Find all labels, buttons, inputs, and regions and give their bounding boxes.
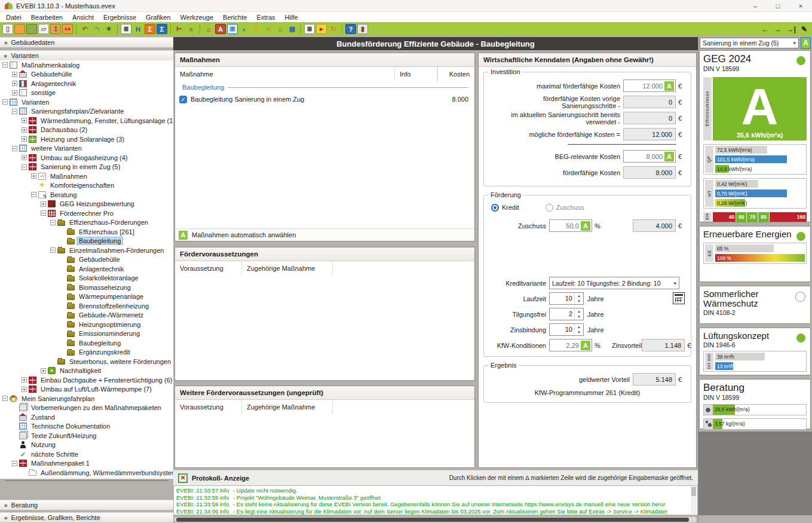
variant-selector[interactable]: Sanierung in einem Zug (5) ▾ (700, 38, 799, 48)
collapse-toggle-icon[interactable]: − (50, 220, 56, 225)
maximal-f-rderf-hige-kosten-input[interactable]: 12.000A (623, 79, 676, 92)
stepper-arrows-icon[interactable]: ▲▼ (574, 324, 583, 335)
tree-item-w-rmepumpenanlage[interactable]: Wärmepumpenanlage (0, 292, 173, 302)
expand-toggle-icon[interactable]: + (12, 81, 17, 86)
tree-item-solarkollektoranlage[interactable]: Solarkollektoranlage (0, 274, 173, 283)
menu-hilfe[interactable]: Hilfe (280, 14, 303, 21)
tree-item-au-end-mmung-w-rmed-mmverbundsystem[interactable]: Außendämmung, Wärmedämmverbundsystem (0, 468, 173, 478)
tree-item-effizienzhaus-261[interactable]: Effizienzhaus [261] (0, 227, 173, 237)
expand-toggle-icon[interactable]: + (22, 136, 27, 142)
column-zugehoerige-massnahme[interactable]: Zugehörige Maßnahme (242, 261, 333, 276)
tree-item-nachhaltigkeit[interactable]: +Nachhaltigkeit (0, 366, 173, 376)
globe-icon[interactable]: ◐ (239, 24, 250, 34)
close-button[interactable]: × (789, 0, 812, 11)
tree-item-geb-udeh-lle[interactable]: +Gebäudehülle (0, 70, 173, 79)
kreditvariante-select[interactable]: Laufzeit: 10 Tilgungsfrei: 2 Bindung: 10… (549, 277, 679, 289)
zuschuss-input[interactable]: 50,0 A (549, 219, 592, 232)
expand-toggle-icon[interactable]: + (41, 201, 46, 207)
protocol-pen-icon[interactable]: ✎ (801, 25, 807, 33)
wall-icon[interactable]: A (215, 24, 226, 34)
energy-label-icon[interactable]: ▸ (316, 24, 327, 34)
report-icon[interactable]: ≣ (121, 24, 131, 34)
tree-item-w-rmed-mmung-fenster-l-ftungsanlage-1[interactable]: +Wärmedämmung, Fenster, Lüftungsanlage (… (0, 116, 173, 126)
expand-toggle-icon[interactable]: + (12, 72, 17, 77)
expand-toggle-icon[interactable]: + (41, 368, 46, 374)
tree-item-sonstige[interactable]: +sonstige (0, 88, 173, 98)
tree-item-technische-dokumentation[interactable]: Technische Dokumentation (0, 422, 173, 432)
column-voraussetzung[interactable]: Voraussetzung (175, 261, 242, 276)
undo-icon[interactable]: ↶ (79, 24, 90, 34)
import-folder-icon[interactable]: ↥ (50, 24, 61, 34)
beratung-card[interactable]: Beratung DIN V 18599 29,0 kWh/(m²a)3,57 … (699, 379, 811, 429)
sanierung-arrow-icon[interactable]: ↻ (328, 24, 339, 34)
list-view-icon[interactable]: ≡ (186, 24, 197, 34)
zuschuss-radio[interactable]: Zuschuss (546, 204, 584, 212)
column-zugehoerige-massnahme[interactable]: Zugehörige Maßnahme (242, 400, 333, 414)
goto-mask-icon[interactable]: →| (787, 25, 796, 33)
tree-item-steuerbonus-weitere-f-rderungen[interactable]: Steuerbonus, weitere Förderungen (0, 357, 173, 366)
menu-bearbeiten[interactable]: Bearbeiten (26, 14, 68, 21)
export-folder-icon[interactable]: ↦ (62, 24, 73, 34)
collapse-toggle-icon[interactable]: − (12, 461, 17, 466)
tree-item-erg-nzungskredit[interactable]: Ergänzungskredit (0, 348, 173, 357)
tree-item-f-rderrechner-pro[interactable]: −Förderrechner Pro (0, 209, 173, 218)
report-settings-icon[interactable]: ≣ (304, 24, 315, 34)
expand-toggle-icon[interactable]: + (22, 127, 27, 133)
open-folder-icon[interactable] (14, 24, 25, 34)
lueftungskonzept-card[interactable]: Lüftungskonzept DIN 1946-6 Inf mit 39 m³… (699, 328, 811, 375)
log-row[interactable]: EVEBI: 21:33:59 info- Es steht keine Akt… (176, 501, 689, 508)
expand-toggle-icon[interactable]: + (12, 90, 17, 96)
collapse-toggle-icon[interactable]: − (41, 210, 46, 216)
window-icon[interactable]: ⊞ (227, 24, 238, 34)
sidebar-section-varianten[interactable]: » Varianten (0, 50, 173, 61)
tree-item-geb-udeh-lle[interactable]: Gebäudehülle (0, 255, 173, 265)
tree-item-heizung-und-solaranlage-3[interactable]: +Heizung und Solaranlage (3) (0, 134, 173, 144)
column-voraussetzung[interactable]: Voraussetzung (175, 400, 242, 414)
expand-toggle-icon[interactable]: + (22, 155, 27, 160)
protokoll-log[interactable]: EVEBI: 21:33:57 info- Update nicht notwe… (173, 485, 698, 515)
tree-item-zustand[interactable]: Zustand (0, 412, 173, 422)
tree-item-nutzung[interactable]: Nutzung (0, 441, 173, 450)
tree-item-geg-heizungsbewertung[interactable]: +GEG Heizungsbewertung (0, 200, 173, 209)
tree-item-biomasseheizung[interactable]: Biomasseheizung (0, 283, 173, 292)
tree-item-einbau-dachgaube-fensterert-chtigung-6[interactable]: +Einbau Dachgaube + Fensterertüchtigung … (0, 375, 173, 385)
maximize-button[interactable]: □ (767, 0, 789, 11)
variant-tree-icon[interactable]: ⊢ (174, 24, 185, 34)
expand-toggle-icon[interactable]: + (22, 118, 27, 123)
menu-extras[interactable]: Extras (252, 14, 280, 21)
menu-werkzeuge[interactable]: Werkzeuge (176, 14, 218, 21)
collapse-toggle-icon[interactable]: − (12, 146, 17, 151)
tree-item-einzelma-nahmen-f-rderungen[interactable]: −Einzelmaßnahmen-Förderungen (0, 246, 173, 255)
kredit-radio[interactable]: Kredit (491, 204, 519, 212)
save-icon[interactable] (26, 24, 37, 34)
minimize-button[interactable]: – (744, 0, 767, 11)
tree-item-beratung[interactable]: −Beratung (0, 190, 173, 200)
kfw-konditionen-input[interactable]: 2,29 A (549, 339, 592, 351)
h-values-icon[interactable]: H (133, 24, 143, 34)
tree-item-baubegleitung[interactable]: Baubegleitung (0, 237, 173, 246)
log-scrollbar-thumb[interactable] (691, 487, 696, 496)
tree-item-ma-nahmenkatalog[interactable]: −Maßnahmenkatalog (0, 60, 173, 70)
collapse-toggle-icon[interactable]: − (12, 109, 17, 114)
sommerlicher-waermeschutz-card[interactable]: Sommerlicher Wärmeschutz DIN 4108-2 (699, 286, 811, 324)
stepper-arrows-icon[interactable]: ▲▼ (574, 293, 583, 304)
energy-icon[interactable]: ϟ (263, 24, 274, 34)
expand-toggle-icon[interactable]: + (22, 387, 27, 392)
column-massnahme[interactable]: Maßnahme (175, 67, 394, 81)
horizontal-scrollbar[interactable] (174, 517, 697, 522)
menu-berichte[interactable]: Berichte (218, 14, 252, 21)
tree-item-varianten[interactable]: −Varianten (0, 97, 173, 107)
column-info[interactable]: Info (394, 67, 437, 81)
calculator-button[interactable] (673, 292, 685, 304)
tree-item-sanierung-in-einem-zug-5[interactable]: −Sanierung in einem Zug (5) (0, 163, 173, 172)
chart-icon[interactable]: ▦ (287, 24, 298, 34)
menu-datei[interactable]: Datei (1, 14, 26, 21)
tree-item-ma-nahmen[interactable]: +Maßnahmen (0, 172, 173, 181)
help-icon[interactable]: ? (345, 24, 356, 34)
collapse-toggle-icon[interactable]: − (2, 99, 8, 105)
tree-item-n-chste-schritte[interactable]: nächste Schritte (0, 449, 173, 459)
tree-item-umbau-auf-luft-luft-w-rmepumpe-7[interactable]: +Umbau auf Luft/Luft-Wärmepumpe (7) (0, 385, 173, 394)
stepper-arrows-icon[interactable]: ▲▼ (574, 308, 583, 320)
tree-item-emissionsminderung[interactable]: Emissionsminderung (0, 329, 173, 339)
tree-item-ma-nahmenpaket-1[interactable]: −Maßnahmenpaket 1 (0, 459, 173, 469)
